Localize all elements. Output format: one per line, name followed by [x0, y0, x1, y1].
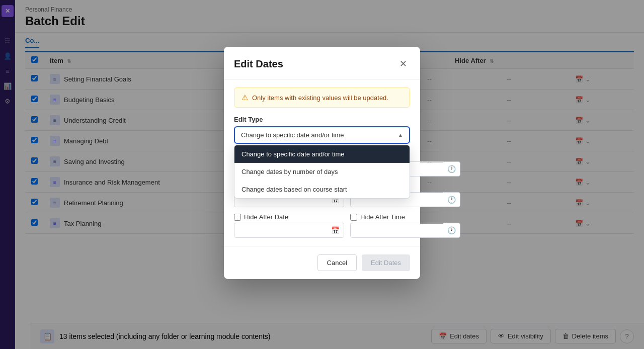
hide-after-date-label-row: Hide After Date — [234, 213, 344, 221]
hide-after-date-input[interactable] — [234, 223, 327, 237]
edit-dates-submit-button[interactable]: Edit Dates — [362, 254, 410, 271]
modal-close-button[interactable]: ✕ — [396, 57, 410, 71]
hide-after-time-input-row: 🕐 — [350, 223, 460, 238]
dropdown-option-2[interactable]: Change dates based on course start — [234, 181, 410, 198]
hide-after-time-input[interactable] — [351, 223, 443, 237]
modal-header: Edit Dates ✕ — [224, 47, 420, 79]
hide-after-date-checkbox[interactable] — [234, 213, 241, 220]
edit-dates-modal: Edit Dates ✕ ⚠ Only items with existing … — [224, 47, 420, 279]
warning-icon: ⚠ — [242, 93, 248, 102]
close-icon: ✕ — [399, 58, 407, 69]
edit-type-label: Edit Type — [234, 116, 410, 123]
hide-after-date-input-row: 📅 — [234, 223, 344, 238]
modal-title: Edit Dates — [234, 58, 283, 69]
dropdown-option-1[interactable]: Change dates by number of days — [234, 163, 410, 181]
cancel-button[interactable]: Cancel — [317, 254, 357, 271]
hide-after-time-label-row: Hide After Time — [350, 213, 460, 221]
warning-banner: ⚠ Only items with existing values will b… — [234, 88, 410, 108]
calendar-icon: 📅 — [327, 223, 344, 237]
clock-icon: 🕐 — [443, 223, 460, 237]
warning-text: Only items with existing values will be … — [252, 94, 388, 101]
dropdown-arrow-icon: ▲ — [398, 132, 403, 138]
hide-after-date-field: Hide After Date 📅 — [234, 213, 344, 238]
modal-footer: Cancel Edit Dates — [224, 246, 420, 279]
hide-after-date-label: Hide After Date — [244, 213, 288, 221]
clock-icon: 🕐 — [443, 162, 460, 176]
modal-body: ⚠ Only items with existing values will b… — [224, 79, 420, 246]
edit-type-dropdown: Change to specific date and/or time ▲ Ch… — [234, 126, 410, 144]
hide-after-time-field: Hide After Time 🕐 — [350, 213, 460, 238]
clock-icon: 🕐 — [443, 193, 460, 207]
dropdown-trigger[interactable]: Change to specific date and/or time ▲ — [234, 126, 410, 144]
dropdown-selected-value: Change to specific date and/or time — [241, 131, 344, 139]
hide-after-time-label: Hide After Time — [360, 213, 405, 221]
dropdown-option-0[interactable]: Change to specific date and/or time — [234, 145, 410, 163]
dropdown-menu: Change to specific date and/or time Chan… — [234, 145, 410, 199]
hide-after-time-checkbox[interactable] — [350, 213, 357, 220]
edit-type-section: Edit Type Change to specific date and/or… — [234, 116, 410, 144]
